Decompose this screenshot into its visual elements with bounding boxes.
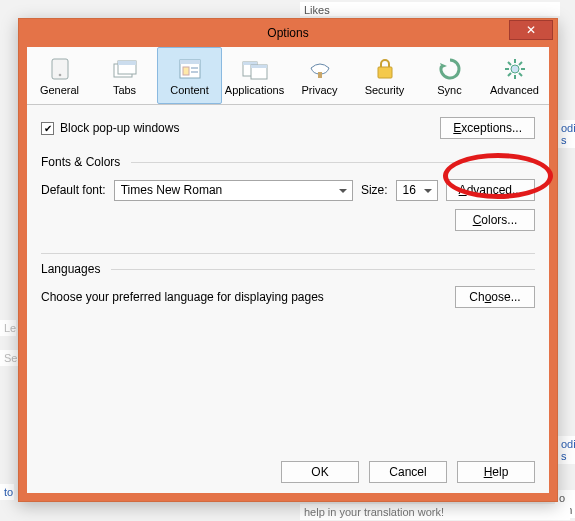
- tab-general[interactable]: General: [27, 47, 92, 104]
- bg-le: Le: [0, 320, 16, 336]
- category-toolbar: General Tabs Content Applications: [27, 47, 549, 105]
- titlebar: Options ✕: [19, 19, 557, 47]
- default-font-label: Default font:: [41, 183, 106, 197]
- svg-rect-9: [191, 71, 198, 73]
- svg-rect-6: [180, 60, 200, 64]
- svg-point-16: [511, 65, 519, 73]
- advanced-icon: [501, 56, 529, 82]
- svg-rect-7: [183, 67, 189, 75]
- svg-point-1: [58, 73, 61, 76]
- font-size-label: Size:: [361, 183, 388, 197]
- general-icon: [46, 56, 74, 82]
- close-icon: ✕: [526, 23, 536, 37]
- ok-button[interactable]: OK: [281, 461, 359, 483]
- svg-rect-8: [191, 67, 198, 69]
- separator: [41, 253, 535, 254]
- content-panel: ✔ Block pop-up windows Exceptions... Fon…: [27, 105, 549, 493]
- default-font-value: Times New Roman: [121, 183, 223, 197]
- privacy-icon: [306, 56, 334, 82]
- bg-to: to: [0, 484, 14, 500]
- svg-line-21: [508, 62, 511, 65]
- security-icon: [371, 56, 399, 82]
- fonts-advanced-button[interactable]: Advanced...: [446, 179, 535, 201]
- tabs-icon: [111, 56, 139, 82]
- applications-icon: [241, 56, 269, 82]
- tab-sync[interactable]: Sync: [417, 47, 482, 104]
- help-button[interactable]: Help: [457, 461, 535, 483]
- font-size-value: 16: [403, 183, 416, 197]
- block-popups-checkbox[interactable]: ✔: [41, 122, 54, 135]
- tab-advanced[interactable]: Advanced: [482, 47, 547, 104]
- fonts-colors-label: Fonts & Colors: [41, 155, 120, 169]
- bg-helpline: help in your translation work!: [300, 504, 570, 520]
- svg-rect-13: [251, 65, 267, 68]
- block-popups-label[interactable]: ✔ Block pop-up windows: [41, 121, 179, 135]
- sync-icon: [436, 56, 464, 82]
- languages-desc: Choose your preferred language for displ…: [41, 290, 324, 304]
- options-dialog: Options ✕ General Tabs Con: [18, 18, 558, 502]
- bg-odia2: odia s: [557, 436, 575, 464]
- default-font-select[interactable]: Times New Roman: [114, 180, 353, 201]
- tab-advanced-label: Advanced: [490, 84, 539, 96]
- bg-sele: Sele: [0, 350, 18, 366]
- tab-security-label: Security: [365, 84, 405, 96]
- dialog-footer: OK Cancel Help: [41, 451, 535, 483]
- tab-security[interactable]: Security: [352, 47, 417, 104]
- tab-tabs-label: Tabs: [113, 84, 136, 96]
- languages-group: Languages: [41, 262, 535, 276]
- tab-applications-label: Applications: [225, 84, 284, 96]
- choose-language-button[interactable]: Choose...: [455, 286, 535, 308]
- svg-line-24: [519, 62, 522, 65]
- tab-tabs[interactable]: Tabs: [92, 47, 157, 104]
- svg-line-23: [508, 73, 511, 76]
- close-button[interactable]: ✕: [509, 20, 553, 40]
- tab-privacy[interactable]: Privacy: [287, 47, 352, 104]
- fonts-colors-group: Fonts & Colors: [41, 155, 535, 169]
- block-popups-text: Block pop-up windows: [60, 121, 179, 135]
- exceptions-button[interactable]: Exceptions...: [440, 117, 535, 139]
- tab-applications[interactable]: Applications: [222, 47, 287, 104]
- languages-label: Languages: [41, 262, 100, 276]
- tab-general-label: General: [40, 84, 79, 96]
- cancel-button[interactable]: Cancel: [369, 461, 447, 483]
- tab-sync-label: Sync: [437, 84, 461, 96]
- bg-likes: Likes: [300, 2, 560, 16]
- content-icon: [176, 56, 204, 82]
- svg-rect-15: [378, 67, 392, 78]
- svg-rect-4: [118, 61, 136, 65]
- window-title: Options: [19, 26, 557, 40]
- font-size-select[interactable]: 16: [396, 180, 438, 201]
- tab-content[interactable]: Content: [157, 47, 222, 104]
- svg-rect-14: [318, 72, 322, 78]
- colors-button[interactable]: Colors...: [455, 209, 535, 231]
- tab-privacy-label: Privacy: [301, 84, 337, 96]
- tab-content-label: Content: [170, 84, 209, 96]
- svg-line-22: [519, 73, 522, 76]
- bg-odia1: odia s: [557, 120, 575, 148]
